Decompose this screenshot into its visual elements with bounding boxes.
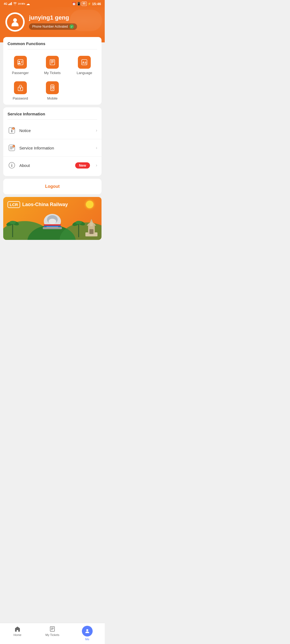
train-decoration — [42, 212, 63, 232]
status-left: 4G 24 B/s ☁ — [4, 2, 30, 6]
my-tickets-icon-bg — [46, 56, 59, 69]
notice-label: Notice — [19, 128, 92, 133]
svg-rect-7 — [21, 62, 22, 63]
mobile-icon — [49, 84, 56, 91]
cloud-icon: ☁ — [26, 2, 30, 6]
functions-grid: Passenger My Tickets A 文 — [3, 49, 102, 105]
function-item-passenger[interactable]: Passenger — [5, 54, 35, 77]
sun-icon — [86, 201, 93, 208]
function-item-language[interactable]: A 文 Language — [70, 54, 99, 77]
svg-rect-34 — [12, 165, 12, 167]
function-item-password[interactable]: Password — [5, 79, 35, 103]
notice-icon — [8, 127, 16, 134]
svg-rect-1 — [9, 3, 10, 5]
svg-point-51 — [75, 221, 82, 224]
svg-rect-13 — [51, 60, 54, 61]
language-icon: A 文 — [81, 59, 88, 66]
function-item-mobile[interactable]: Mobile — [37, 79, 67, 103]
svg-point-5 — [19, 61, 20, 62]
status-right: ⏰ 📳 85 ⚡ 15:46 — [72, 2, 101, 6]
banner-title: Laos-China Railway — [22, 202, 68, 207]
data-speed: 24 B/s — [18, 2, 25, 5]
svg-rect-43 — [43, 227, 62, 229]
signal-icon: 4G — [4, 2, 7, 5]
person-icon — [11, 18, 19, 26]
banner-logo-area: LCR Laos-China Railway — [8, 201, 68, 208]
svg-marker-56 — [90, 219, 93, 222]
password-icon-bg — [14, 81, 27, 94]
svg-rect-6 — [21, 61, 22, 62]
status-bar: 4G 24 B/s ☁ ⏰ 📳 85 ⚡ 15:46 — [0, 0, 105, 7]
user-name: junying1 geng — [29, 14, 77, 21]
svg-point-24 — [11, 128, 12, 129]
svg-rect-3 — [11, 2, 12, 5]
logout-card[interactable]: Logout — [3, 179, 102, 194]
service-info-icon — [8, 144, 16, 152]
svg-rect-2 — [10, 3, 11, 5]
common-functions-card: Common Functions Passenger — [3, 37, 102, 105]
service-info-icon-wrap — [8, 144, 16, 152]
notice-icon-wrap — [8, 126, 16, 135]
user-row: junying1 geng Phone Number Activated ✓ — [5, 12, 99, 32]
svg-rect-21 — [52, 86, 53, 86]
svg-rect-30 — [10, 149, 12, 149]
service-list: Notice › Service Information › — [3, 120, 102, 176]
palm-left — [6, 216, 19, 237]
my-tickets-icon — [49, 59, 56, 66]
check-circle-icon: ✓ — [70, 24, 74, 29]
time: 15:46 — [92, 2, 101, 6]
svg-rect-55 — [90, 222, 93, 226]
common-functions-title: Common Functions — [3, 37, 102, 46]
svg-rect-41 — [44, 224, 61, 226]
lcr-logo-box: LCR — [8, 201, 20, 208]
vibrate-icon: 📳 — [77, 2, 81, 6]
monument — [84, 216, 99, 238]
function-item-my-tickets[interactable]: My Tickets — [37, 54, 67, 77]
svg-rect-11 — [51, 62, 54, 63]
signal-bars — [8, 2, 12, 6]
svg-rect-8 — [21, 63, 22, 63]
about-icon — [8, 162, 16, 169]
language-label: Language — [77, 71, 92, 75]
passenger-icon-bg — [14, 56, 27, 69]
svg-point-40 — [49, 219, 56, 224]
mobile-icon-bg — [46, 81, 59, 94]
charging-icon: ⚡ — [88, 2, 91, 6]
about-label: About — [19, 163, 72, 168]
password-icon — [17, 84, 24, 91]
service-item-about[interactable]: About New › — [3, 157, 102, 174]
svg-rect-54 — [89, 229, 93, 234]
my-tickets-label: My Tickets — [44, 71, 60, 75]
phone-status-text: Phone Number Activated — [32, 25, 68, 28]
svg-rect-12 — [51, 63, 53, 63]
notice-chevron: › — [96, 128, 97, 133]
mobile-label: Mobile — [47, 96, 57, 100]
battery-icon: 85 — [82, 2, 87, 6]
svg-rect-25 — [11, 130, 12, 132]
password-label: Password — [13, 96, 28, 100]
service-item-service-info[interactable]: Service Information › — [3, 139, 102, 157]
about-chevron: › — [96, 163, 97, 168]
service-item-notice[interactable]: Notice › — [3, 122, 102, 139]
alarm-icon: ⏰ — [72, 2, 76, 6]
service-info-title: Service Information — [3, 107, 102, 116]
svg-rect-0 — [8, 4, 9, 5]
svg-rect-19 — [20, 89, 21, 90]
logout-button[interactable]: Logout — [45, 184, 60, 189]
new-badge: New — [75, 162, 90, 169]
phone-status-badge: Phone Number Activated ✓ — [29, 23, 77, 30]
avatar-inner — [7, 14, 23, 30]
svg-point-47 — [9, 221, 16, 224]
passenger-icon — [17, 59, 24, 66]
svg-point-22 — [52, 90, 53, 90]
service-info-label: Service Information — [19, 146, 92, 150]
palm-right — [72, 216, 85, 237]
svg-rect-42 — [44, 226, 61, 227]
lcr-banner[interactable]: LCR Laos-China Railway — [3, 197, 102, 240]
user-info: junying1 geng Phone Number Activated ✓ — [29, 14, 77, 30]
service-info-chevron: › — [96, 145, 97, 150]
about-icon-wrap — [8, 161, 16, 170]
avatar[interactable] — [5, 12, 25, 32]
language-icon-bg: A 文 — [78, 56, 91, 69]
svg-rect-29 — [10, 148, 14, 148]
